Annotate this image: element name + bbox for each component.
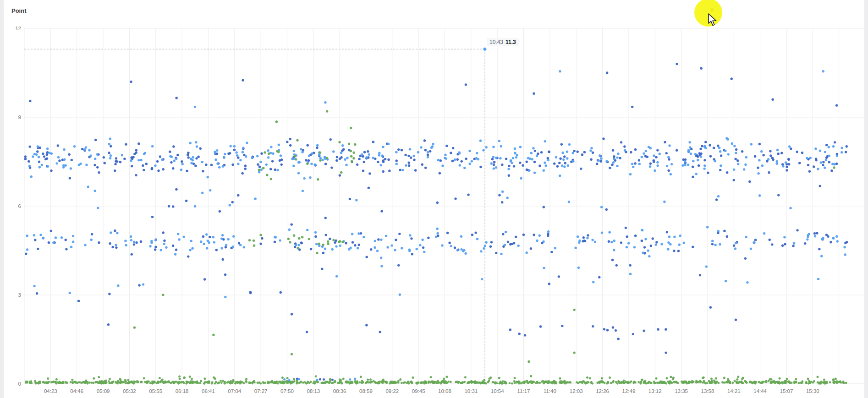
data-point-light-blue bbox=[207, 240, 209, 242]
data-point-light-blue bbox=[566, 157, 568, 159]
data-point-dark-blue bbox=[692, 165, 694, 168]
data-point-light-blue bbox=[505, 231, 507, 233]
data-point-green bbox=[702, 377, 704, 379]
data-point-light-blue bbox=[160, 249, 162, 251]
data-point-light-blue bbox=[125, 244, 127, 246]
data-point-light-blue bbox=[659, 153, 661, 155]
data-point-light-blue bbox=[376, 250, 379, 252]
crosshair-point bbox=[483, 48, 487, 51]
data-point-light-blue bbox=[479, 139, 482, 142]
data-point-green bbox=[758, 381, 760, 383]
data-point-light-blue bbox=[594, 240, 596, 243]
data-point-green bbox=[334, 380, 336, 382]
data-point-light-blue bbox=[586, 237, 588, 239]
data-point-green bbox=[296, 382, 298, 385]
data-point-light-blue bbox=[669, 243, 671, 245]
data-point-dark-blue bbox=[310, 248, 312, 250]
data-point-light-blue bbox=[279, 239, 281, 241]
data-point-light-blue bbox=[30, 175, 33, 178]
data-point-dark-blue bbox=[748, 180, 751, 183]
data-point-green bbox=[483, 379, 485, 382]
data-point-dark-blue bbox=[233, 148, 236, 151]
data-point-light-blue bbox=[666, 165, 668, 167]
data-point-dark-blue bbox=[154, 248, 156, 251]
data-point-dark-blue bbox=[825, 234, 828, 236]
data-point-green bbox=[212, 334, 214, 336]
data-point-dark-blue bbox=[509, 328, 511, 331]
data-point-green bbox=[769, 378, 771, 381]
data-point-dark-blue bbox=[598, 276, 600, 278]
data-point-dark-blue bbox=[634, 148, 637, 151]
data-point-light-blue bbox=[115, 244, 117, 246]
data-point-light-blue bbox=[216, 149, 218, 152]
data-point-green bbox=[705, 382, 707, 385]
data-point-dark-blue bbox=[719, 169, 721, 171]
data-point-dark-blue bbox=[163, 240, 165, 242]
data-point-light-blue bbox=[235, 151, 237, 153]
scatter-plot-canvas[interactable]: 03691204:2304:4605:0905:3205:5506:1806:4… bbox=[4, 0, 868, 398]
data-point-dark-blue bbox=[237, 194, 239, 196]
data-point-green bbox=[736, 378, 738, 381]
data-point-light-blue bbox=[149, 245, 151, 247]
data-point-green bbox=[549, 382, 551, 384]
data-point-dark-blue bbox=[423, 139, 426, 142]
data-point-light-blue bbox=[52, 241, 55, 244]
data-point-light-blue bbox=[670, 163, 673, 165]
data-point-green bbox=[220, 382, 223, 384]
data-point-green bbox=[253, 245, 255, 247]
data-point-green bbox=[296, 139, 298, 142]
data-point-green bbox=[84, 382, 86, 384]
data-point-light-blue bbox=[753, 241, 755, 244]
data-point-dark-blue bbox=[119, 161, 121, 163]
data-point-green bbox=[178, 375, 181, 377]
data-point-dark-blue bbox=[522, 164, 524, 166]
data-point-dark-blue bbox=[187, 152, 189, 154]
data-point-green bbox=[341, 382, 343, 385]
data-point-green bbox=[498, 377, 500, 379]
data-point-light-blue bbox=[512, 157, 514, 159]
data-point-green bbox=[502, 380, 504, 382]
data-point-dark-blue bbox=[445, 145, 448, 147]
data-point-light-blue bbox=[260, 169, 263, 171]
svg-text:12: 12 bbox=[15, 26, 21, 31]
data-point-light-blue bbox=[267, 149, 269, 152]
data-point-dark-blue bbox=[280, 164, 283, 166]
data-point-dark-blue bbox=[547, 234, 549, 237]
data-point-green bbox=[760, 382, 762, 384]
data-point-green bbox=[374, 382, 377, 384]
data-point-green bbox=[577, 382, 579, 384]
data-point-light-blue bbox=[205, 233, 208, 235]
data-point-green bbox=[252, 381, 254, 383]
data-point-green bbox=[119, 379, 121, 381]
data-point-green bbox=[582, 380, 584, 382]
data-point-light-blue bbox=[154, 164, 156, 167]
data-point-green bbox=[369, 382, 372, 384]
data-point-light-blue bbox=[380, 265, 383, 267]
data-point-light-blue bbox=[500, 145, 502, 147]
data-point-green bbox=[191, 378, 193, 380]
data-point-light-blue bbox=[254, 197, 256, 200]
data-point-green bbox=[133, 326, 136, 328]
data-point-green bbox=[394, 381, 396, 383]
data-point-dark-blue bbox=[130, 81, 132, 83]
data-point-light-blue bbox=[258, 171, 260, 173]
data-point-green bbox=[259, 234, 262, 236]
data-point-dark-blue bbox=[199, 147, 202, 150]
data-point-dark-blue bbox=[808, 170, 811, 173]
data-point-dark-blue bbox=[638, 159, 640, 161]
data-point-green bbox=[93, 377, 95, 380]
data-point-dark-blue bbox=[781, 245, 784, 247]
data-point-light-blue bbox=[190, 162, 192, 164]
data-point-light-blue bbox=[196, 145, 198, 147]
data-point-dark-blue bbox=[787, 158, 790, 160]
data-point-light-blue bbox=[668, 235, 670, 238]
data-point-green bbox=[53, 381, 55, 383]
data-point-light-blue bbox=[482, 149, 484, 151]
data-point-light-blue bbox=[175, 158, 177, 160]
data-point-light-blue bbox=[515, 156, 517, 158]
data-point-light-blue bbox=[437, 159, 439, 161]
data-point-light-blue bbox=[750, 143, 753, 145]
close-button[interactable]: × bbox=[707, 5, 718, 16]
data-point-green bbox=[513, 380, 516, 382]
data-point-green bbox=[813, 380, 815, 382]
